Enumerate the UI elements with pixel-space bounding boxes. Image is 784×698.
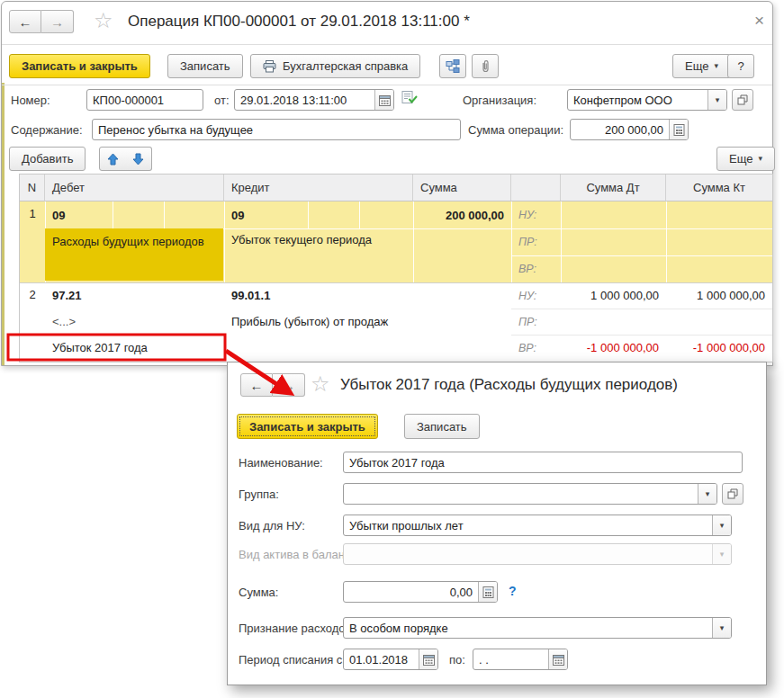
show-movements-button[interactable] [439,54,466,78]
more-label: Еще [685,59,708,73]
column-header-n[interactable]: N [20,174,45,201]
accounting-reference-button[interactable]: Бухгалтерская справка [250,54,420,78]
chevron-down-icon: ▾ [716,96,720,104]
group-dropdown-button[interactable]: ▾ [698,484,716,504]
group-open-button[interactable] [722,483,743,505]
row2-debit-account-cell[interactable]: 97.21 [45,282,153,309]
back-button[interactable]: ← [240,373,273,397]
column-header-flags[interactable] [511,174,561,201]
structure-icon [446,59,460,74]
help-button[interactable]: ? [727,54,754,78]
favorite-star-icon[interactable]: ☆ [94,10,113,31]
organization-open-button[interactable] [732,89,753,111]
recognition-label: Признание расходов: [239,617,355,639]
close-icon[interactable]: × [754,12,764,29]
operation-window: ← → ☆ Операция КП00-000001 от 29.01.2018… [1,1,773,366]
row2-debit-subconto2-cell[interactable]: Убыток 2017 года [45,335,224,361]
calendar-button[interactable] [419,649,437,669]
back-button[interactable]: ← [9,10,41,33]
calendar-icon [553,654,564,666]
calculator-button[interactable] [669,120,688,139]
sum-help-icon[interactable]: ? [509,584,517,598]
attachments-button[interactable] [472,54,499,78]
group-combo[interactable]: ▾ [343,483,717,505]
row1-credit-subconto-cell[interactable]: Убыток текущего периода [224,228,413,281]
grid-more-button[interactable]: Еще ▾ [716,147,775,171]
calendar-button[interactable] [548,649,567,669]
recognition-combo[interactable]: В особом порядке ▾ [343,617,732,639]
number-field[interactable]: КП00-000001 [86,89,203,111]
row1-number-cell[interactable]: 1 [20,201,45,282]
number-label: Номер: [11,89,50,111]
period-from-field[interactable]: 01.01.2018 [343,649,438,670]
gridline [561,201,562,282]
organization-dropdown-button[interactable]: ▾ [707,90,726,110]
move-up-button[interactable] [99,147,126,171]
row2-nu-dt-cell[interactable]: 1 000 000,00 [561,282,666,309]
operation-sum-field[interactable]: 200 000,00 [570,119,689,140]
row2-debit-subconto1-cell[interactable]: <...> [45,309,153,335]
save-button[interactable]: Записать [404,414,480,439]
save-button[interactable]: Записать [167,54,243,78]
row1-debit-account-cell[interactable]: 09 [45,201,113,228]
add-row-button[interactable]: Добавить [9,147,86,171]
name-label: Наименование: [239,452,323,473]
chevron-down-icon: ▾ [720,550,725,559]
row2-credit-account-cell[interactable]: 99.01.1 [224,282,341,309]
save-and-close-button[interactable]: Записать и закрыть [9,54,150,78]
sum-field[interactable]: 0,00 [343,581,498,603]
chevron-down-icon: ▾ [758,155,762,163]
move-down-button[interactable] [125,147,152,171]
gridline [113,201,113,228]
forward-button[interactable]: → [273,373,305,397]
row1-credit-account-cell[interactable]: 09 [224,201,308,228]
up-arrow-icon [107,153,119,166]
column-header-sum[interactable]: Сумма [413,174,511,201]
nav-history-group: ← → [240,373,305,397]
row2-credit-subconto1-cell[interactable]: Прибыль (убыток) от продаж [224,309,413,335]
chevron-down-icon: ▾ [720,624,725,632]
column-header-debit[interactable]: Дебет [45,174,224,201]
row2-vr-dt-cell[interactable]: -1 000 000,00 [561,335,666,361]
window-edge-accent [2,83,5,365]
column-header-credit[interactable]: Кредит [224,174,413,201]
period-from-value: 01.01.2018 [344,653,419,667]
open-in-window-icon [727,488,738,499]
save-and-close-button[interactable]: Записать и закрыть [237,414,378,439]
column-header-sum-kt[interactable]: Сумма Кт [666,174,772,201]
row1-sum-cell[interactable]: 200 000,00 [413,201,511,228]
name-value: Убыток 2017 года [344,456,742,470]
content-value: Перенос убытка на будущее [93,123,460,137]
row1-debit-subconto-cell-selected[interactable]: Расходы будущих периодов [45,228,223,281]
more-button[interactable]: Еще ▾ [672,54,731,78]
asset-kind-dropdown-button: ▾ [712,544,731,564]
nu-kind-combo[interactable]: Убытки прошлых лет ▾ [343,515,732,536]
nav-history-group: ← → [9,10,74,33]
show-postings-button[interactable] [401,91,418,105]
row1-pr-flag: ПР: [511,228,561,255]
period-to-field[interactable]: . . [473,649,568,670]
calendar-button[interactable] [374,90,393,110]
row2-nu-kt-cell[interactable]: 1 000 000,00 [666,282,772,309]
forward-button[interactable]: → [41,10,74,33]
row2-number-cell[interactable]: 2 [20,282,45,361]
row2-vr-kt-cell[interactable]: -1 000 000,00 [666,335,772,361]
date-field[interactable]: 29.01.2018 13:11:00 [234,89,394,111]
name-field[interactable]: Убыток 2017 года [343,452,743,473]
nu-kind-dropdown-button[interactable]: ▾ [712,515,731,535]
postings-table: N Дебет Кредит Сумма Сумма Дт Сумма Кт 1… [19,174,773,362]
content-field[interactable]: Перенос убытка на будущее [92,119,461,140]
calculator-button[interactable] [478,582,497,602]
asset-kind-label: Вид актива в балансе: [239,543,360,565]
forward-arrow-icon: → [282,378,295,393]
favorite-star-icon[interactable]: ☆ [311,373,330,395]
group-label: Группа: [239,483,279,505]
organization-combo[interactable]: Конфетпром ООО ▾ [567,89,727,111]
gridline [308,201,309,228]
chevron-down-icon: ▾ [720,522,725,530]
column-header-sum-dt[interactable]: Сумма Дт [561,174,666,201]
recognition-value: В особом порядке [344,622,712,635]
document-check-icon [401,91,418,105]
recognition-dropdown-button[interactable]: ▾ [712,618,731,638]
printer-icon [263,60,276,73]
